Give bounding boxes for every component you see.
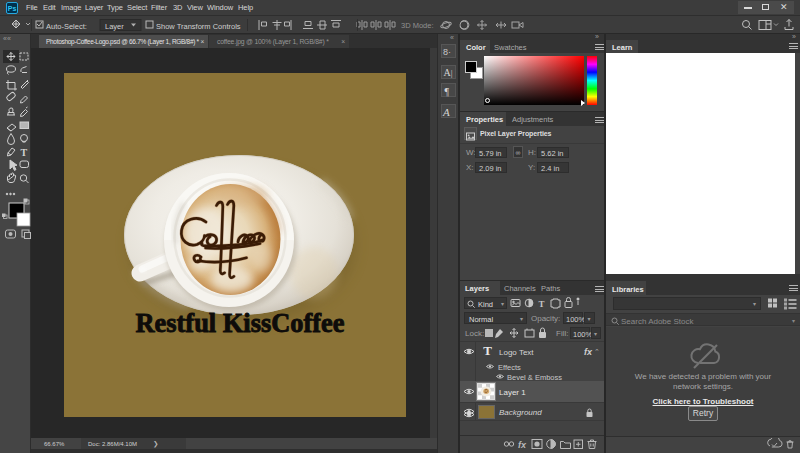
svg-text:A: A: [442, 106, 450, 118]
svg-text:fx: fx: [518, 440, 527, 450]
svg-text:¶: ¶: [445, 86, 450, 97]
svg-text:3D Mode:: 3D Mode:: [401, 21, 434, 30]
svg-text:T: T: [21, 147, 28, 158]
svg-text:A|: A|: [444, 67, 453, 78]
svg-text:T: T: [539, 299, 545, 309]
svg-text:«: «: [450, 34, 454, 41]
svg-text:8·: 8·: [443, 47, 451, 57]
svg-text:««: ««: [3, 35, 11, 42]
svg-text:Restful KissCoffee: Restful KissCoffee: [136, 308, 345, 338]
